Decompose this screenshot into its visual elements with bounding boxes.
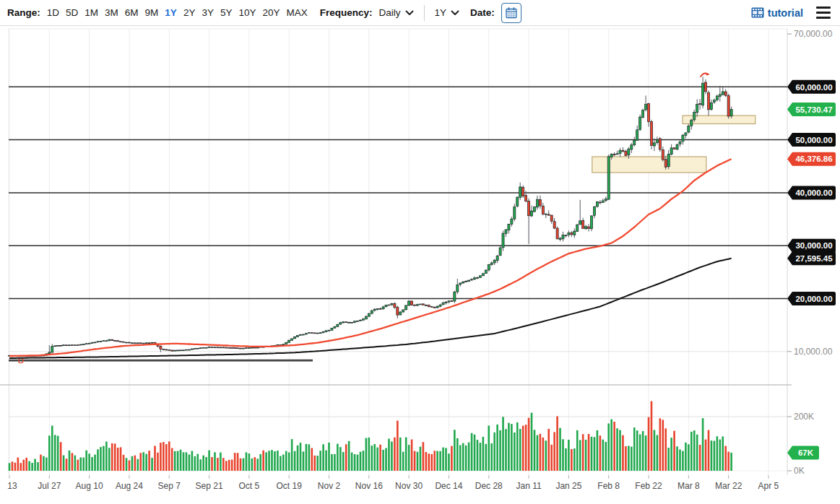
film-strip-icon (751, 7, 764, 18)
range-option-max[interactable]: MAX (286, 7, 307, 18)
chevron-down-icon (451, 10, 459, 16)
range-option-5d[interactable]: 5D (66, 7, 78, 18)
svg-text:55,730.47: 55,730.47 (795, 105, 832, 114)
calendar-icon (505, 6, 518, 19)
range-option-6m[interactable]: 6M (125, 7, 139, 18)
menu-bar (816, 17, 831, 19)
x-axis-label: Sep 7 (158, 481, 181, 491)
x-axis-label: Aug 24 (116, 481, 143, 491)
hamburger-menu-button[interactable] (815, 4, 831, 21)
x-axis-label: Jan 11 (516, 481, 542, 491)
x-axis-label: Jul 27 (38, 481, 61, 491)
toolbar-separator (424, 5, 425, 21)
period-value: 1Y (435, 7, 447, 18)
x-axis-label: Nov 30 (395, 481, 423, 491)
x-axis-label: Aug 10 (76, 481, 103, 491)
tutorial-link[interactable]: tutorial (751, 7, 803, 19)
svg-text:70,000.00: 70,000.00 (794, 29, 833, 39)
x-axis-label: 13 (7, 481, 17, 491)
range-option-3m[interactable]: 3M (105, 7, 118, 18)
x-axis-label: Nov 2 (318, 481, 341, 491)
frequency-select[interactable]: Daily (379, 7, 414, 18)
chart-canvas[interactable]: 70,000.0010,000.0060,000.0050,000.0040,0… (0, 26, 840, 504)
range-option-20y[interactable]: 20Y (262, 7, 280, 18)
x-axis-label: Dec 28 (475, 481, 503, 491)
svg-text:30,000.00: 30,000.00 (795, 241, 832, 250)
x-axis-label: Feb 22 (635, 481, 662, 491)
svg-text:0K: 0K (794, 466, 805, 476)
toolbar: Range: 1D 5D 1M 3M 6M 9M 1Y 2Y 3Y 5Y 10Y… (0, 0, 840, 26)
x-axis-label: Apr 5 (758, 481, 779, 491)
frequency-label: Frequency: (320, 7, 373, 18)
range-option-10y[interactable]: 10Y (238, 7, 256, 18)
chevron-down-icon (405, 10, 414, 16)
svg-text:67K: 67K (798, 448, 814, 457)
date-label: Date: (470, 7, 495, 18)
range-option-2y[interactable]: 2Y (183, 7, 196, 18)
range-option-1y[interactable]: 1Y (165, 7, 177, 18)
x-axis-label: Oct 5 (239, 481, 260, 491)
range-option-1d[interactable]: 1D (47, 7, 59, 18)
x-axis-label: Dec 14 (435, 481, 462, 491)
chart-background (0, 26, 840, 504)
range-option-9m[interactable]: 9M (145, 7, 159, 18)
x-axis-label: Jan 25 (555, 481, 581, 491)
svg-text:40,000.00: 40,000.00 (795, 188, 832, 197)
frequency-value: Daily (379, 7, 401, 18)
period-select[interactable]: 1Y (435, 7, 460, 18)
menu-bar (816, 6, 831, 9)
range-option-3y[interactable]: 3Y (202, 7, 214, 18)
svg-text:46,376.86: 46,376.86 (795, 155, 832, 163)
x-axis-label: Feb 8 (597, 481, 620, 491)
menu-bar (816, 12, 831, 14)
range-option-1m[interactable]: 1M (85, 7, 98, 18)
svg-text:60,000.00: 60,000.00 (795, 83, 832, 92)
date-picker-button[interactable] (501, 3, 521, 23)
range-label: Range: (7, 7, 40, 18)
svg-text:27,595.45: 27,595.45 (795, 254, 833, 263)
tutorial-label: tutorial (768, 7, 803, 19)
x-axis-label: Mar 22 (715, 481, 742, 491)
svg-text:10,000.00: 10,000.00 (794, 347, 833, 357)
svg-text:50,000.00: 50,000.00 (795, 136, 832, 144)
svg-text:200K: 200K (794, 412, 814, 422)
range-option-5y[interactable]: 5Y (220, 7, 233, 18)
x-axis-label: Mar 8 (677, 481, 700, 491)
svg-text:20,000.00: 20,000.00 (795, 295, 832, 303)
x-axis-label: Nov 16 (355, 481, 383, 491)
x-axis-label: Sep 21 (196, 481, 223, 491)
x-axis-label: Oct 19 (277, 481, 303, 491)
